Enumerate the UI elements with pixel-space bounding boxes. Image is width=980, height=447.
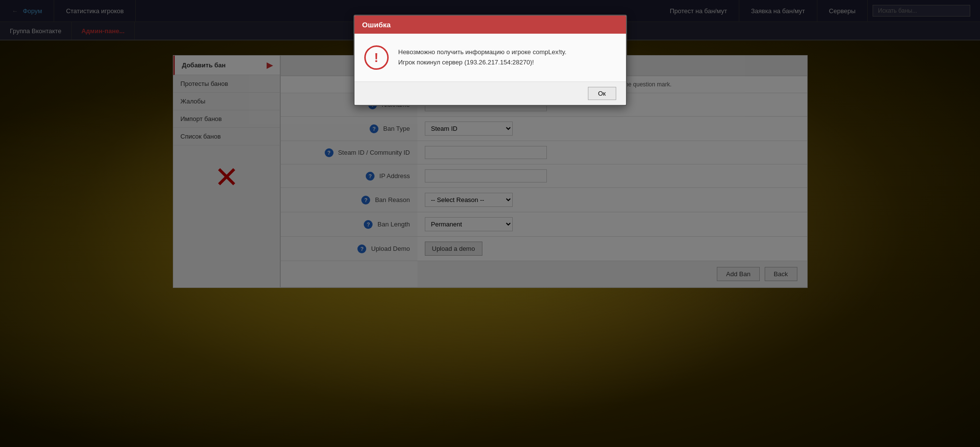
dialog-footer: Ок bbox=[354, 81, 626, 105]
dialog-warning-icon: ! bbox=[364, 45, 389, 70]
dialog-overlay: Ошибка ! Невозможно получить информацию … bbox=[0, 0, 980, 447]
dialog-title-bar: Ошибка bbox=[354, 16, 626, 34]
dialog-body: ! Невозможно получить информацию о игрок… bbox=[354, 34, 626, 81]
dialog-title: Ошибка bbox=[362, 20, 391, 29]
dialog-text: Невозможно получить информацию о игроке … bbox=[398, 47, 567, 68]
dialog-message-line1: Невозможно получить информацию о игроке … bbox=[398, 47, 567, 58]
error-dialog: Ошибка ! Невозможно получить информацию … bbox=[354, 15, 627, 106]
dialog-ok-label: Ок bbox=[598, 90, 606, 97]
dialog-ok-button[interactable]: Ок bbox=[588, 87, 616, 100]
dialog-message-line2: Игрок покинул сервер (193.26.217.154:282… bbox=[398, 58, 567, 68]
